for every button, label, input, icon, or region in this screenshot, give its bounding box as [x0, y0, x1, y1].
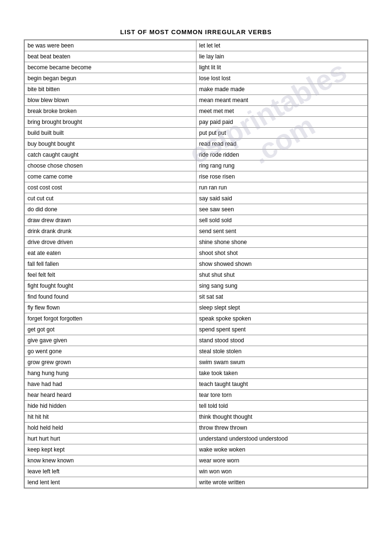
verb-cell-right: say said said: [196, 193, 368, 204]
verb-cell-left: beat beat beaten: [25, 51, 196, 62]
table-row: fly flew flownsleep slept slept: [25, 302, 368, 313]
table-row: fight fought foughtsing sang sung: [25, 281, 368, 292]
table-row: leave left leftwin won won: [25, 466, 368, 477]
table-row: feel felt feltshut shut shut: [25, 270, 368, 281]
verb-cell-right: ride rode ridden: [196, 150, 368, 160]
verb-cell-right: win won won: [196, 466, 368, 477]
table-row: fall fell fallenshow showed shown: [25, 259, 368, 270]
verb-cell-left: get got got: [25, 324, 196, 335]
verb-table: be was were beenlet let letbeat beat bea…: [24, 40, 368, 488]
verb-cell-right: ring rang rung: [196, 160, 368, 171]
verb-cell-left: keep kept kept: [25, 444, 196, 455]
verb-cell-left: go went gone: [25, 346, 196, 357]
verb-cell-left: hear heard heard: [25, 390, 196, 401]
table-row: catch caught caughtride rode ridden: [25, 150, 368, 160]
table-row: hear heard heardtear tore torn: [25, 390, 368, 401]
verb-cell-right: tear tore torn: [196, 390, 368, 401]
verb-cell-left: break broke broken: [25, 106, 196, 117]
verb-cell-left: bring brought brought: [25, 117, 196, 128]
verb-cell-left: lend lent lent: [25, 477, 196, 488]
verb-cell-left: catch caught caught: [25, 150, 196, 160]
verb-cell-left: have had had: [25, 379, 196, 390]
verb-cell-right: read read read: [196, 139, 368, 150]
verb-cell-right: understand understood understood: [196, 433, 368, 444]
verb-cell-right: speak spoke spoken: [196, 313, 368, 324]
verb-cell-left: drink drank drunk: [25, 226, 196, 237]
verb-cell-left: give gave given: [25, 335, 196, 346]
verb-cell-right: meet met met: [196, 106, 368, 117]
verb-cell-left: bite bit bitten: [25, 84, 196, 95]
verb-cell-right: sell sold sold: [196, 215, 368, 226]
verb-cell-left: blow blew blown: [25, 95, 196, 106]
verb-cell-left: build built built: [25, 128, 196, 139]
table-row: begin began begunlose lost lost: [25, 73, 368, 84]
page: LIST OF MOST COMMON IRREGULAR VERBS be w…: [0, 0, 392, 555]
verb-cell-left: cost cost cost: [25, 182, 196, 193]
verb-cell-right: put put put: [196, 128, 368, 139]
table-row: bite bit bittenmake made made: [25, 84, 368, 95]
table-row: beat beat beatenlie lay lain: [25, 51, 368, 62]
verb-cell-right: rise rose risen: [196, 171, 368, 182]
verb-cell-left: leave left left: [25, 466, 196, 477]
verb-cell-left: know knew known: [25, 455, 196, 466]
verb-cell-left: buy bought bought: [25, 139, 196, 150]
verb-cell-left: come came come: [25, 171, 196, 182]
verb-cell-left: cut cut cut: [25, 193, 196, 204]
verb-cell-right: teach taught taught: [196, 379, 368, 390]
table-row: hurt hurt hurtunderstand understood unde…: [25, 433, 368, 444]
table-row: hit hit hitthink thought thought: [25, 412, 368, 423]
table-row: give gave givenstand stood stood: [25, 335, 368, 346]
verb-cell-right: think thought thought: [196, 412, 368, 423]
verb-cell-left: fall fell fallen: [25, 259, 196, 270]
verb-cell-right: shine shone shone: [196, 237, 368, 248]
verb-cell-right: lose lost lost: [196, 73, 368, 84]
verb-cell-right: show showed shown: [196, 259, 368, 270]
verb-cell-right: light lit lit: [196, 62, 368, 73]
verb-cell-left: do did done: [25, 204, 196, 215]
verb-cell-right: steal stole stolen: [196, 346, 368, 357]
table-row: keep kept keptwake woke woken: [25, 444, 368, 455]
verb-cell-right: make made made: [196, 84, 368, 95]
verb-cell-left: feel felt felt: [25, 270, 196, 281]
verb-cell-left: drive drove driven: [25, 237, 196, 248]
verb-cell-left: hang hung hung: [25, 368, 196, 379]
table-row: build built builtput put put: [25, 128, 368, 139]
verb-cell-right: sit sat sat: [196, 292, 368, 302]
table-row: bring brought broughtpay paid paid: [25, 117, 368, 128]
verb-cell-right: write wrote written: [196, 477, 368, 488]
table-row: go went gonesteal stole stolen: [25, 346, 368, 357]
verb-cell-right: let let let: [196, 40, 368, 51]
table-row: grow grew grownswim swam swum: [25, 357, 368, 368]
page-title: LIST OF MOST COMMON IRREGULAR VERBS: [120, 28, 272, 36]
table-row: get got gotspend spent spent: [25, 324, 368, 335]
verb-cell-left: forget forgot forgotten: [25, 313, 196, 324]
table-row: choose chose chosenring rang rung: [25, 160, 368, 171]
verb-cell-right: pay paid paid: [196, 117, 368, 128]
verb-cell-right: tell told told: [196, 401, 368, 412]
table-row: drink drank drunksend sent sent: [25, 226, 368, 237]
verb-cell-left: hurt hurt hurt: [25, 433, 196, 444]
table-row: do did donesee saw seen: [25, 204, 368, 215]
verb-cell-right: throw threw thrown: [196, 423, 368, 433]
verb-cell-right: stand stood stood: [196, 335, 368, 346]
verb-cell-right: send sent sent: [196, 226, 368, 237]
verb-cell-left: grow grew grown: [25, 357, 196, 368]
verb-cell-left: fly flew flown: [25, 302, 196, 313]
verb-cell-left: find found found: [25, 292, 196, 302]
table-row: hang hung hungtake took taken: [25, 368, 368, 379]
table-row: become became becomelight lit lit: [25, 62, 368, 73]
table-row: drive drove drivenshine shone shone: [25, 237, 368, 248]
verb-cell-left: fight fought fought: [25, 281, 196, 292]
verb-cell-right: wake woke woken: [196, 444, 368, 455]
table-row: eat ate eatenshoot shot shot: [25, 248, 368, 259]
verb-cell-left: hold held held: [25, 423, 196, 433]
verb-table-wrap: be was were beenlet let letbeat beat bea…: [24, 39, 368, 489]
table-row: cost cost costrun ran run: [25, 182, 368, 193]
verb-cell-left: draw drew drawn: [25, 215, 196, 226]
table-row: buy bought boughtread read read: [25, 139, 368, 150]
table-row: draw drew drawnsell sold sold: [25, 215, 368, 226]
table-row: forget forgot forgottenspeak spoke spoke…: [25, 313, 368, 324]
verb-cell-right: spend spent spent: [196, 324, 368, 335]
verb-cell-left: become became become: [25, 62, 196, 73]
table-row: hold held heldthrow threw thrown: [25, 423, 368, 433]
